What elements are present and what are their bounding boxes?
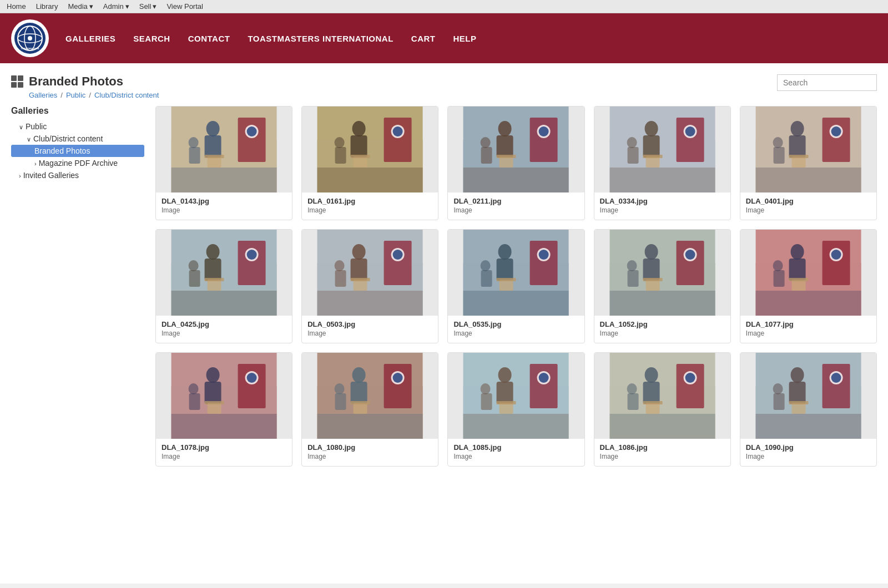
- svg-rect-55: [755, 168, 861, 192]
- nav-galleries[interactable]: GALLERIES: [65, 34, 115, 43]
- sidebar-item-club-district[interactable]: ∨Club/District content: [11, 133, 144, 145]
- admin-view-portal[interactable]: View Portal: [167, 2, 203, 11]
- nav-toastmasters-intl[interactable]: TOASTMASTERS INTERNATIONAL: [248, 34, 393, 43]
- gallery-item-info: DLA_0143.jpg Image: [156, 192, 292, 220]
- svg-point-179: [790, 367, 804, 383]
- svg-rect-127: [171, 414, 277, 439]
- svg-point-70: [247, 250, 257, 260]
- gallery-item[interactable]: DLA_0503.jpg Image: [301, 229, 438, 343]
- gallery-item[interactable]: DLA_1086.jpg Image: [594, 352, 731, 467]
- svg-rect-108: [643, 258, 659, 281]
- svg-rect-139: [317, 414, 423, 439]
- gallery-item-info: DLA_1086.jpg Image: [594, 439, 730, 466]
- svg-rect-12: [205, 135, 221, 158]
- nav-contact[interactable]: CONTACT: [188, 34, 230, 43]
- svg-rect-140: [384, 364, 412, 408]
- gallery-item[interactable]: DLA_1080.jpg Image: [301, 352, 438, 467]
- svg-rect-151: [463, 414, 569, 439]
- svg-rect-64: [789, 155, 808, 158]
- svg-rect-67: [171, 291, 277, 316]
- svg-point-94: [539, 250, 549, 260]
- nav-search[interactable]: SEARCH: [133, 34, 170, 43]
- svg-point-131: [206, 367, 220, 383]
- svg-point-145: [335, 383, 345, 394]
- svg-rect-48: [643, 135, 659, 158]
- svg-point-23: [352, 121, 366, 136]
- svg-rect-52: [643, 155, 662, 158]
- admin-home[interactable]: Home: [7, 2, 26, 11]
- gallery-item[interactable]: DLA_0161.jpg Image: [301, 106, 438, 220]
- svg-rect-136: [205, 401, 224, 404]
- main-nav: TOASTMASTERS GALLERIES SEARCH CONTACT TO…: [0, 13, 888, 63]
- gallery-item-info: DLA_0211.jpg Image: [448, 192, 584, 220]
- breadcrumb-public[interactable]: Public: [66, 91, 85, 99]
- gallery-item[interactable]: DLA_0211.jpg Image: [447, 106, 584, 220]
- svg-rect-43: [609, 168, 715, 192]
- gallery-item[interactable]: DLA_0143.jpg Image: [155, 106, 292, 220]
- chevron-icon: ›: [34, 160, 37, 167]
- gallery-item-name: DLA_0161.jpg: [307, 197, 432, 205]
- sidebar-item-branded-photos[interactable]: Branded Photos: [11, 145, 144, 157]
- gallery-item[interactable]: DLA_0334.jpg Image: [594, 106, 731, 220]
- gallery-item[interactable]: DLA_1077.jpg Image: [740, 229, 877, 343]
- svg-rect-68: [238, 241, 266, 285]
- page-header: Branded Photos Galleries / Public / Club…: [11, 74, 877, 99]
- chevron-down-icon: ▾: [153, 2, 157, 11]
- svg-point-82: [393, 250, 403, 260]
- thumbnail: [740, 230, 876, 316]
- svg-point-143: [352, 367, 366, 383]
- svg-text:TOASTMASTERS: TOASTMASTERS: [21, 47, 39, 50]
- svg-point-85: [335, 260, 345, 271]
- svg-point-37: [481, 137, 491, 148]
- nav-help[interactable]: HELP: [453, 34, 477, 43]
- gallery-item[interactable]: DLA_1085.jpg Image: [447, 352, 584, 467]
- svg-point-142: [393, 373, 403, 383]
- nav-cart[interactable]: CART: [411, 34, 436, 43]
- svg-rect-91: [463, 291, 569, 316]
- svg-point-59: [790, 121, 804, 136]
- svg-rect-8: [238, 118, 266, 162]
- page-title-area: Branded Photos Galleries / Public / Club…: [11, 74, 159, 99]
- svg-point-167: [644, 367, 658, 383]
- svg-point-154: [539, 373, 549, 383]
- svg-rect-112: [643, 278, 662, 281]
- admin-admin-dropdown[interactable]: Admin ▾: [103, 2, 129, 11]
- gallery-item[interactable]: DLA_0401.jpg Image: [740, 106, 877, 220]
- thumbnail: [594, 230, 730, 316]
- gallery-item[interactable]: DLA_0425.jpg Image: [155, 229, 292, 343]
- svg-point-107: [644, 244, 658, 260]
- sidebar-item-invited-galleries[interactable]: ›Invited Galleries: [11, 169, 144, 181]
- gallery-item-info: DLA_1085.jpg Image: [448, 439, 584, 466]
- gallery-item[interactable]: DLA_1078.jpg Image: [155, 352, 292, 467]
- sidebar-item-public[interactable]: ∨Public: [11, 120, 144, 133]
- svg-point-47: [644, 121, 658, 136]
- page-title: Branded Photos: [29, 74, 123, 89]
- gallery-item[interactable]: DLA_0535.jpg Image: [447, 229, 584, 343]
- sidebar-item-magazine-pdf[interactable]: ›Magazine PDF Archive: [11, 157, 144, 169]
- svg-point-46: [685, 126, 695, 136]
- search-input[interactable]: [777, 74, 877, 91]
- gallery-item[interactable]: DLA_1052.jpg Image: [594, 229, 731, 343]
- breadcrumb-galleries[interactable]: Galleries: [29, 91, 57, 99]
- svg-rect-79: [317, 291, 423, 316]
- svg-rect-116: [822, 241, 850, 285]
- admin-sell-dropdown[interactable]: Sell ▾: [139, 2, 157, 11]
- svg-rect-20: [384, 118, 412, 162]
- svg-rect-100: [497, 278, 516, 281]
- gallery-item-name: DLA_0401.jpg: [746, 197, 871, 205]
- svg-rect-110: [627, 270, 638, 287]
- svg-rect-132: [205, 382, 221, 404]
- svg-rect-7: [171, 168, 277, 192]
- gallery-item[interactable]: DLA_1090.jpg Image: [740, 352, 877, 467]
- admin-library[interactable]: Library: [36, 2, 58, 11]
- svg-point-97: [481, 260, 491, 271]
- svg-rect-170: [627, 393, 638, 410]
- svg-point-73: [189, 260, 199, 271]
- svg-rect-144: [351, 382, 367, 404]
- svg-point-22: [393, 126, 403, 136]
- gallery-item-type: Image: [162, 330, 286, 337]
- svg-rect-50: [627, 147, 638, 164]
- svg-rect-124: [789, 278, 808, 281]
- breadcrumb-club-district[interactable]: Club/District content: [94, 91, 159, 99]
- admin-media-dropdown[interactable]: Media ▾: [68, 2, 93, 11]
